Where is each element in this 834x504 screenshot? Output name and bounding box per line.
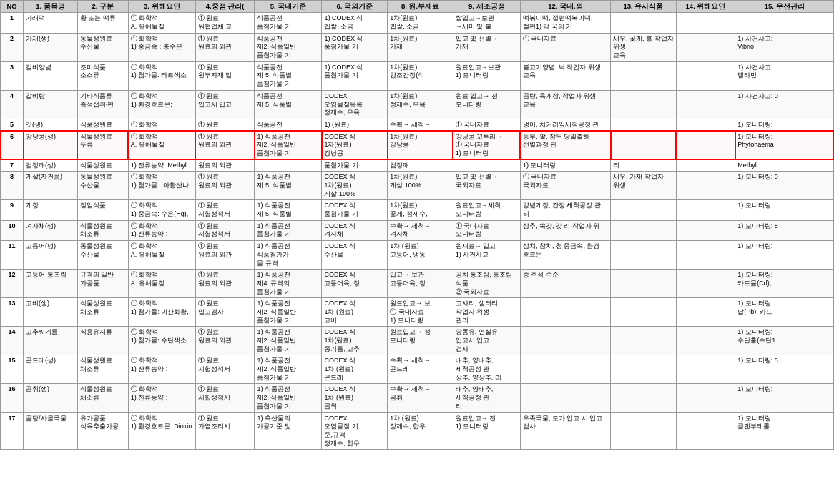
table-row: 17곰탕/사골국물유가공품 식육추출가공① 화학적 1) 환경호르몬: Diox… (1, 412, 834, 450)
table-row: 16곰취(생)식물성원료 채소류① 화학적 1) 잔류농약 :① 원료 시험성적… (1, 384, 834, 412)
cell-col15: 1) 모니터링: (735, 119, 834, 131)
cell-no: 6 (1, 131, 24, 159)
cell-col13 (611, 90, 677, 119)
cell-col5: 1) 식품공전 제2. 식품일반 품첨가물 기 (255, 298, 322, 327)
cell-no: 10 (1, 220, 24, 240)
cell-col8: 원료입고→ 보 ① 국내자료 1) 모니터링 (388, 298, 453, 327)
cell-col4: ① 원료 시험성적서 (195, 355, 255, 384)
cell-col13 (611, 13, 677, 33)
cell-col13 (611, 384, 677, 412)
cell-col13: 리 (611, 159, 677, 172)
cell-col3: ① 화학적 1) 첨가물: 이산화황, (128, 298, 195, 327)
cell-no: 7 (1, 159, 24, 172)
cell-col9: 고사리, 샐러리 작업자 위생 관리 (453, 298, 520, 327)
cell-col15: 1) 사건사고: Vibrio (735, 33, 834, 61)
cell-col14 (676, 131, 735, 159)
cell-col2: 식물성원료 (77, 159, 128, 172)
cell-col15: 1) 모니터링: 납(Pb), 카드 (735, 298, 834, 327)
cell-col3: ① 화학적 A. 유해물질 (128, 270, 195, 298)
table-row: 4갈비탕기타식품류 즉석섭취·편① 화학적 1) 환경호르몬:① 원료 입고시 … (1, 90, 834, 119)
cell-col5: 1) 식품공전 제 5. 식품별 (255, 200, 322, 220)
cell-col1: 게장 (24, 200, 78, 220)
cell-col12 (520, 298, 610, 327)
cell-col8: 1차(원료) 꽃게, 정제수, (388, 200, 453, 220)
cell-col6: 1) (원료) (322, 119, 388, 131)
cell-no: 13 (1, 298, 24, 327)
cell-col8: 1차(원료) 정제수, 우육 (388, 90, 453, 119)
cell-col1: 검정깨(생) (24, 159, 78, 172)
cell-col8: 수확→ 세척→ 겨자채 (388, 220, 453, 240)
cell-col8: 1차(원료) 가재 (388, 33, 453, 61)
cell-col1: 고등어(냉) (24, 241, 78, 270)
cell-no: 14 (1, 327, 24, 355)
cell-col12: 상추, 쑥갓, 갓 리·작업자 위 (520, 220, 610, 240)
cell-col5: 1) 식품공전 제2. 식품일반 품첨가물 기 (255, 384, 322, 412)
cell-col2: 규격의 일반 가공품 (77, 270, 128, 298)
table-row: 12고등어 통조림규격의 일반 가공품① 화학적 A. 유해물질① 원료 원료의… (1, 270, 834, 298)
cell-col3: ① 화학적 1) 환경호르몬: (128, 90, 195, 119)
cell-col6: CODEX 오염물질목록 정제수, 우육 (322, 90, 388, 119)
cell-col5: 식품공전 제2. 식품일반 품첨가물 기 (255, 33, 322, 61)
cell-col5: 식품공전 제 5. 식품별 (255, 90, 322, 119)
cell-col15 (735, 13, 834, 33)
cell-col4: ① 원료 원료의 외관 (195, 327, 255, 355)
cell-col14 (676, 327, 735, 355)
cell-col9: ① 국내자료 모니터링 (453, 220, 520, 240)
cell-col15: Methyl (735, 159, 834, 172)
table-row: 2가재(생)동물성원료 수산물① 화학적 1) 중금속 : 총수은① 원료 원료… (1, 33, 834, 61)
cell-col4: ① 원료 원료의 외관 (195, 131, 255, 159)
cell-col3: ① 화학적 1) 첨가물: 타르색소 (128, 61, 195, 90)
cell-col12: ① 국내자료 국외자료 (520, 172, 610, 200)
table-row: 15곤드레(생)식물성원료 채소류① 화학적 1) 잔류농약 :① 원료 시험성… (1, 355, 834, 384)
cell-col2: 식품성원료 (77, 119, 128, 131)
table-row: 8게살(자건품)동물성원료 수산물① 화학적 1) 첨가물 : 아황산나① 원료… (1, 172, 834, 200)
cell-col3: ① 화학적 1) 환경호르몬: Dioxin (128, 412, 195, 450)
cell-col14 (676, 172, 735, 200)
cell-col1: 갓(생) (24, 119, 78, 131)
cell-col3: ① 화학적 (128, 119, 195, 131)
cell-col9: 배추, 양배추, 세척공정 관 리 (453, 384, 520, 412)
cell-col4: ① 원료 원료의 외관 (195, 33, 255, 61)
cell-col2: 유가공품 식육추출가공 (77, 412, 128, 450)
cell-col5: 1) 식품공전 제2. 식품일반 품첨가물 기 (255, 327, 322, 355)
cell-col9: 원료입고→보관 1) 모니터링 (453, 61, 520, 90)
cell-col9: 강낭콩 꼬투리→ ① 국내자료 1) 모니터링 (453, 131, 520, 159)
cell-col13: 새우, 가재 작업자 위생 (611, 172, 677, 200)
cell-no: 5 (1, 119, 24, 131)
cell-col8: 1차(원료) 양조간장(식 (388, 61, 453, 90)
cell-col5: 1) 식품공전 제2. 식품일반 품첨가물 기 (255, 355, 322, 384)
cell-col5: 식품공전 (255, 119, 322, 131)
cell-col4: ① 원료 입고검사 (195, 298, 255, 327)
cell-col12: ① 국내자료 (520, 33, 610, 61)
cell-col3: ① 화학적 1) 중금속: 수은(Hg), (128, 200, 195, 220)
header-col6: 6. 국외기준 (322, 1, 388, 13)
cell-col8: 1차(원료) 게살 100% (388, 172, 453, 200)
cell-no: 17 (1, 412, 24, 450)
cell-col3: ① 화학적 1) 잔류농약 : (128, 384, 195, 412)
cell-col14 (676, 33, 735, 61)
cell-col2: 절임식품 (77, 200, 128, 220)
cell-col14 (676, 355, 735, 384)
cell-col1: 고등어 통조림 (24, 270, 78, 298)
cell-col4: ① 원료 시험성적서 (195, 220, 255, 240)
cell-col9: 입고 및 선별→ 가재 (453, 33, 520, 61)
cell-col13 (611, 412, 677, 450)
cell-col12 (520, 327, 610, 355)
cell-col1: 강낭콩(생) (24, 131, 78, 159)
cell-col6: CODEX 식 1자(원료) 강낭콩 (322, 131, 388, 159)
cell-col4: ① 원료 원료의 외관 (195, 270, 255, 298)
cell-col15: 1) 모니터링: 카드뮴(Cd), (735, 270, 834, 298)
cell-col6: CODEX 식 1차 (원료) 고비 (322, 298, 388, 327)
cell-col15: 1) 모니터링: (735, 241, 834, 270)
cell-col8: 수확→ 세척→ (388, 119, 453, 131)
cell-col15: 1) 모니터링: (735, 384, 834, 412)
table-row: 6강낭콩(생)식물성원료 두류① 화학적 A. 유해물질① 원료 원료의 외관1… (1, 131, 834, 159)
cell-col1: 겨자채(생) (24, 220, 78, 240)
cell-col15: 1) 모니터링: 5 (735, 355, 834, 384)
cell-col6: CODEX 식 1차(원료) 종기름, 고추 (322, 327, 388, 355)
cell-col14 (676, 13, 735, 33)
cell-no: 1 (1, 13, 24, 33)
cell-col6: 1) CODEX 식 멥쌀, 소금 (322, 13, 388, 33)
cell-col3: ① 화학적 A. 유해물질 (128, 131, 195, 159)
cell-col13 (611, 270, 677, 298)
